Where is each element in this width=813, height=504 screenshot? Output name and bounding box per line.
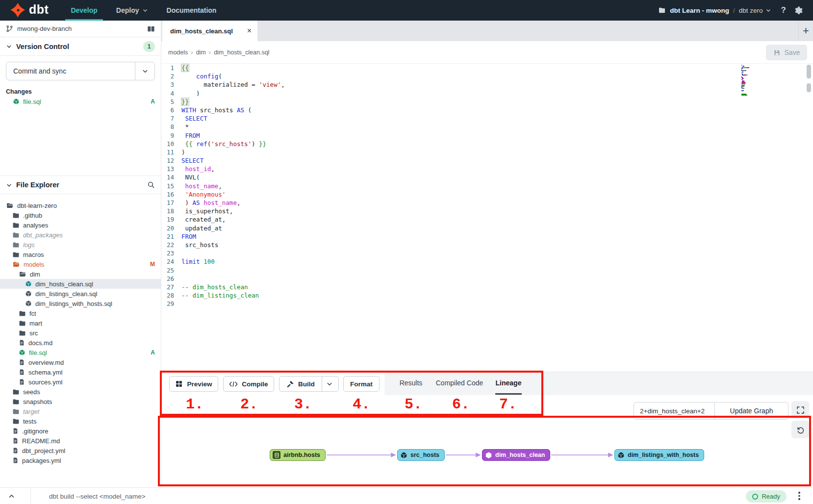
code-line-17[interactable]: 17 ) AS host_name,: [161, 199, 813, 207]
code-line-25[interactable]: 25: [161, 266, 813, 275]
dag-node-dim_hosts_clean[interactable]: dim_hosts_clean: [482, 449, 550, 461]
code-line-27[interactable]: 27-- dim_hosts_clean: [161, 283, 813, 291]
panel-tab-lineage[interactable]: Lineage: [496, 372, 522, 394]
tree-item-overview.md[interactable]: overview.md: [0, 357, 161, 367]
commit-and-sync-button[interactable]: Commit and sync: [6, 62, 155, 80]
editor-scrollbar[interactable]: [807, 65, 811, 78]
build-options-caret[interactable]: [322, 377, 337, 391]
tree-item-dim[interactable]: dim: [0, 269, 161, 279]
code-line-22[interactable]: 22 src_hosts: [161, 241, 813, 249]
split-view-icon[interactable]: [147, 25, 155, 32]
code-line-19[interactable]: 19 created_at,: [161, 215, 813, 224]
tree-item-models[interactable]: modelsM: [0, 259, 161, 269]
tree-item-file.sql[interactable]: file.sqlA: [0, 348, 161, 357]
code-line-9[interactable]: 9 FROM: [161, 131, 813, 140]
nav-item-deploy[interactable]: Deploy: [107, 0, 157, 21]
code-line-29[interactable]: 29: [161, 300, 813, 308]
gear-icon[interactable]: [794, 6, 803, 15]
code-line-2[interactable]: 2 config(: [161, 72, 813, 80]
code-line-4[interactable]: 4 ): [161, 89, 813, 98]
tree-item-dim_listings_clean.sql[interactable]: dim_listings_clean.sql: [0, 289, 161, 299]
file-explorer-header[interactable]: File Explorer: [0, 176, 161, 194]
update-graph-button[interactable]: Update Graph: [715, 402, 788, 420]
tree-item-dbt_packages[interactable]: dbt_packages: [0, 230, 161, 240]
search-icon[interactable]: [147, 181, 155, 189]
tree-item-seeds[interactable]: seeds: [0, 387, 161, 397]
code-line-16[interactable]: 16 'Anonymous': [161, 190, 813, 199]
code-line-18[interactable]: 18 is_superhost,: [161, 207, 813, 215]
code-line-5[interactable]: 5}}: [161, 98, 813, 106]
code-line-8[interactable]: 8 *: [161, 123, 813, 131]
tree-item-analyses[interactable]: analyses: [0, 220, 161, 230]
editor-scrollbar-lower[interactable]: [807, 83, 811, 92]
tree-item-macros[interactable]: macros: [0, 250, 161, 259]
code-line-23[interactable]: 23: [161, 249, 813, 257]
code-line-13[interactable]: 13 host_id,: [161, 165, 813, 173]
tree-item-.gitignore[interactable]: .gitignore: [0, 426, 161, 436]
commit-options-caret[interactable]: [135, 62, 154, 80]
panel-tab-results[interactable]: Results: [400, 372, 423, 394]
dag-node-airbnb-hosts[interactable]: airbnb.hosts: [270, 449, 326, 461]
code-line-24[interactable]: 24limit 100: [161, 257, 813, 266]
save-button[interactable]: Save: [766, 45, 807, 60]
tree-item-logs[interactable]: logs: [0, 240, 161, 250]
tree-item-README.md[interactable]: README.md: [0, 436, 161, 446]
tree-item-snapshots[interactable]: snapshots: [0, 397, 161, 406]
tab-dim-hosts-clean[interactable]: dim_hosts_clean.sql ×: [162, 21, 257, 41]
dbt-logo[interactable]: dbt: [0, 0, 61, 21]
breadcrumb-item[interactable]: dim_hosts_clean.sql: [214, 49, 269, 56]
tree-item-mart[interactable]: mart: [0, 318, 161, 328]
code-line-26[interactable]: 26: [161, 275, 813, 283]
code-line-12[interactable]: 12SELECT: [161, 156, 813, 165]
fullscreen-button[interactable]: [791, 401, 809, 419]
nav-item-develop[interactable]: Develop: [61, 0, 106, 21]
code-line-7[interactable]: 7 SELECT: [161, 114, 813, 123]
nav-item-documentation[interactable]: Documentation: [157, 0, 226, 21]
code-line-21[interactable]: 21FROM: [161, 232, 813, 241]
dag-node-dim_listings_with_hosts[interactable]: dim_listings_with_hosts: [614, 449, 704, 461]
code-editor[interactable]: 1{{2 config(3 materialized = 'view',4 )5…: [161, 64, 813, 372]
code-line-11[interactable]: 11): [161, 148, 813, 156]
tree-item-dbt-learn-zero[interactable]: dbt-learn-zero: [0, 201, 161, 210]
build-button[interactable]: Build: [279, 376, 339, 392]
breadcrumb-item[interactable]: models: [168, 49, 188, 56]
kebab-menu-icon[interactable]: [795, 492, 803, 500]
git-branch-row[interactable]: mwong-dev-branch: [0, 21, 161, 37]
tree-item-packages.yml[interactable]: packages.yml: [0, 455, 161, 465]
dag-node-src_hosts[interactable]: src_hosts: [397, 449, 445, 461]
breadcrumb-item[interactable]: dim: [196, 49, 206, 56]
tree-item-schema.yml[interactable]: schema.yml: [0, 367, 161, 377]
tree-item-fct[interactable]: fct: [0, 308, 161, 318]
code-line-10[interactable]: 10 {{ ref('src_hosts') }}: [161, 140, 813, 148]
tree-item-src[interactable]: src: [0, 328, 161, 338]
tree-item-.github[interactable]: .github: [0, 210, 161, 220]
environment-selector[interactable]: dbt zero: [739, 7, 771, 14]
format-button[interactable]: Format: [343, 376, 380, 392]
close-icon[interactable]: ×: [247, 26, 252, 35]
reset-view-button[interactable]: [791, 421, 809, 438]
code-line-20[interactable]: 20 updated_at: [161, 224, 813, 232]
code-line-15[interactable]: 15 host_name,: [161, 182, 813, 190]
compile-button[interactable]: Compile: [223, 376, 274, 392]
new-tab-button[interactable]: +: [798, 21, 813, 41]
help-icon[interactable]: ?: [781, 5, 786, 15]
changed-file-row[interactable]: file.sql A: [0, 96, 161, 107]
panel-tab-compiled-code[interactable]: Compiled Code: [436, 372, 483, 394]
code-line-1[interactable]: 1{{: [161, 64, 813, 72]
tree-item-dim_hosts_clean.sql[interactable]: dim_hosts_clean.sql: [0, 279, 161, 289]
code-line-3[interactable]: 3 materialized = 'view',: [161, 80, 813, 89]
command-input[interactable]: dbt build --select <model_name>: [49, 488, 146, 504]
tree-item-sources.yml[interactable]: sources.yml: [0, 377, 161, 387]
code-line-6[interactable]: 6WITH src_hosts AS (: [161, 106, 813, 114]
tree-item-target[interactable]: target: [0, 406, 161, 416]
tree-item-docs.md[interactable]: docs.md: [0, 338, 161, 348]
chevron-up-icon[interactable]: [5, 490, 18, 502]
minimap[interactable]: [741, 65, 758, 97]
project-switcher[interactable]: dbt Learn - mwong / dbt zero: [658, 6, 771, 14]
tree-item-dim_listings_with_hosts.sql[interactable]: dim_listings_with_hosts.sql: [0, 299, 161, 308]
tree-item-dbt_project.yml[interactable]: dbt_project.yml: [0, 446, 161, 455]
tree-item-tests[interactable]: tests: [0, 416, 161, 426]
version-control-header[interactable]: Version Control 1: [0, 37, 161, 56]
code-line-28[interactable]: 28-- dim_listings_clean: [161, 291, 813, 300]
preview-button[interactable]: Preview: [169, 376, 218, 392]
